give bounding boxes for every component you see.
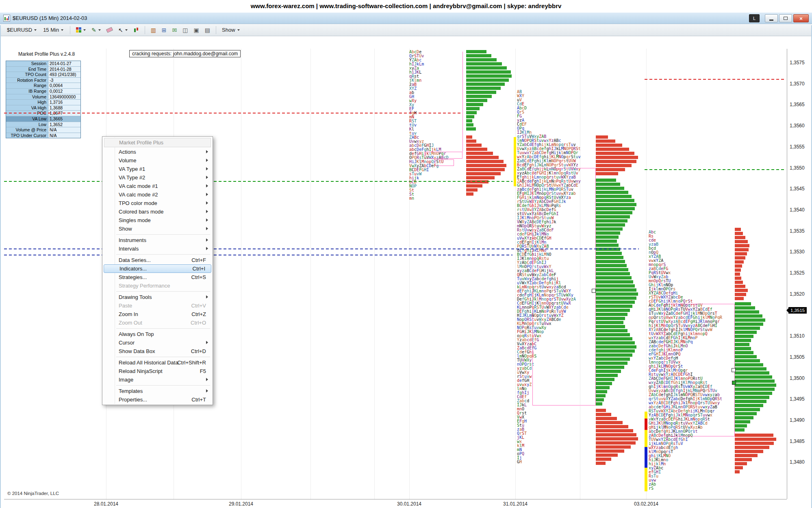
menu-item-actions[interactable]: Actions — [103, 148, 212, 156]
volume-bar — [596, 187, 624, 190]
volume-bar — [596, 183, 620, 186]
volume-bar — [596, 409, 606, 412]
menu-item-drawing-tools[interactable]: Drawing Tools — [103, 293, 212, 301]
date-label: 30.01.2014 — [391, 501, 428, 507]
interval-label: 15 Min — [43, 27, 59, 33]
submenu-arrow-icon — [206, 184, 208, 188]
menu-item-reload-ninjascript[interactable]: Reload NinjaScriptF5 — [103, 367, 212, 375]
menu-item-instruments[interactable]: Instruments — [103, 236, 212, 244]
databox-label: Range — [6, 83, 48, 88]
menu-item-strategies[interactable]: Strategies...Ctrl+S — [103, 273, 212, 281]
volume-bar — [596, 195, 632, 198]
menu-item-properties[interactable]: Properties...Ctrl+T — [103, 395, 212, 404]
volume-bar — [596, 207, 635, 210]
tpo-letter: o — [666, 458, 668, 462]
menu-item-label: Market Profile Plus — [119, 140, 163, 146]
tool-icon-button-6[interactable]: ▤ — [203, 26, 212, 34]
tool-icon-button-4[interactable]: ◫ — [180, 26, 190, 34]
menu-item-colored-bars-mode[interactable]: Colored bars mode — [103, 207, 212, 216]
menu-item-va-type-1[interactable]: VA Type #1 — [103, 165, 212, 173]
databox-value: 1,3665 — [48, 116, 80, 122]
tpo-letter: c — [661, 466, 663, 470]
menu-item-image[interactable]: Image — [103, 375, 212, 384]
price-axis[interactable]: 1,35751,35701,35651,35601,35551,35501,35… — [787, 49, 812, 499]
menu-item-va-calc-mode-2[interactable]: VA calc mode #2 — [103, 190, 212, 199]
menu-item-singles-mode[interactable]: Singles mode — [103, 216, 212, 225]
window-border — [0, 25, 1, 508]
databox-row: End Time2014-01-28 2:00 — [6, 67, 80, 72]
menu-item-tpo-color-mode[interactable]: TPO color mode — [103, 199, 212, 207]
tool-icon-button-5[interactable]: ▣ — [192, 26, 201, 34]
volume-bar — [735, 359, 760, 362]
volume-bar — [466, 87, 501, 90]
chart-style-button[interactable] — [131, 26, 141, 34]
tool-icon-button-2[interactable]: ⊞ — [160, 26, 169, 34]
instrument-selector[interactable]: $EURUSD — [4, 26, 39, 34]
databox-row: TPO Under CursorN/A — [6, 133, 80, 138]
tool-icon-button-1[interactable]: ▥ — [149, 26, 158, 34]
menu-shortcut: Ctrl+T — [191, 395, 206, 404]
menu-item-always-on-top[interactable]: Always On Top — [103, 330, 212, 338]
draw-button[interactable]: ✎ — [89, 26, 103, 34]
menu-item-indicators[interactable]: Indicators...Ctrl+I — [104, 264, 211, 273]
menu-item-templates[interactable]: Templates — [103, 387, 212, 395]
tool-icon-button-3[interactable]: ✉ — [170, 26, 179, 34]
level-line — [645, 79, 784, 80]
menu-item-show[interactable]: Show — [103, 225, 212, 233]
volume-bar — [596, 441, 636, 445]
databox-value: 0,0064 — [48, 83, 80, 88]
tpo-letter: T — [524, 431, 527, 436]
menu-item-label: Show Data Box — [119, 348, 155, 354]
context-menu: Market Profile PlusActionsVolumeVA Type … — [102, 136, 213, 405]
interval-selector[interactable]: 15 Min — [40, 26, 66, 34]
grid-plus-icon: ⊞ — [162, 27, 167, 33]
color-bars-button[interactable] — [74, 26, 88, 33]
menu-item-va-calc-mode-1[interactable]: VA calc mode #1 — [103, 182, 212, 190]
volume-bar — [596, 240, 617, 243]
cursor-button[interactable]: ↖ — [116, 26, 130, 34]
minimize-button[interactable] — [765, 14, 778, 22]
volume-bar — [735, 331, 757, 334]
databox-value: N/A — [48, 133, 80, 138]
date-axis[interactable]: 28.01.201429.01.201430.01.201431.01.2014… — [4, 499, 787, 508]
submenu-arrow-icon — [206, 238, 208, 242]
volume-bar — [466, 103, 483, 106]
volume-bar — [596, 160, 636, 163]
volume-bar — [735, 446, 769, 449]
menu-item-zoom-in[interactable]: Zoom InCtrl+Z — [103, 310, 212, 318]
databox-label: End Time — [6, 67, 48, 72]
volume-bar — [735, 424, 747, 427]
menu-item-label: Strategies... — [119, 274, 147, 280]
menu-item-reload-all-historical-data[interactable]: Reload All Historical DataCtrl+Shift+R — [103, 358, 212, 367]
volume-bar — [596, 370, 621, 373]
close-button[interactable]: × — [793, 14, 809, 22]
menu-item-show-data-box[interactable]: Show Data BoxCtrl+D — [103, 347, 212, 355]
tpo-letter: H — [519, 460, 522, 464]
volume-bar — [466, 172, 501, 175]
level-line — [4, 113, 462, 113]
volume-bar — [596, 333, 630, 336]
chevron-down-icon — [125, 29, 128, 31]
show-label: Show — [222, 27, 235, 33]
menu-item-volume[interactable]: Volume — [103, 156, 212, 165]
menu-item-cursor[interactable]: Cursor — [103, 338, 212, 347]
erase-button[interactable] — [104, 27, 115, 33]
menu-item-va-type-2[interactable]: VA Type #2 — [103, 173, 212, 182]
session-gridline — [241, 49, 241, 499]
price-label: 1,3495 — [790, 396, 805, 402]
price-label: 1,3550 — [790, 165, 805, 171]
volume-bar — [596, 421, 623, 424]
maximize-button[interactable] — [779, 14, 792, 22]
volume-bar — [735, 404, 763, 407]
menu-item-data-series[interactable]: Data Series...Ctrl+F — [103, 256, 212, 264]
menu-item-intervals[interactable]: Intervals — [103, 244, 212, 253]
volume-bar — [735, 323, 763, 326]
volume-bar — [596, 215, 630, 218]
menu-shortcut: Ctrl+O — [191, 318, 206, 327]
volume-bar — [466, 188, 478, 192]
volume-bar — [466, 184, 482, 188]
volume-bar — [596, 252, 622, 255]
link-button[interactable]: L — [749, 14, 760, 22]
pointer-icon: ↖ — [118, 27, 123, 33]
show-selector[interactable]: Show — [219, 26, 243, 34]
